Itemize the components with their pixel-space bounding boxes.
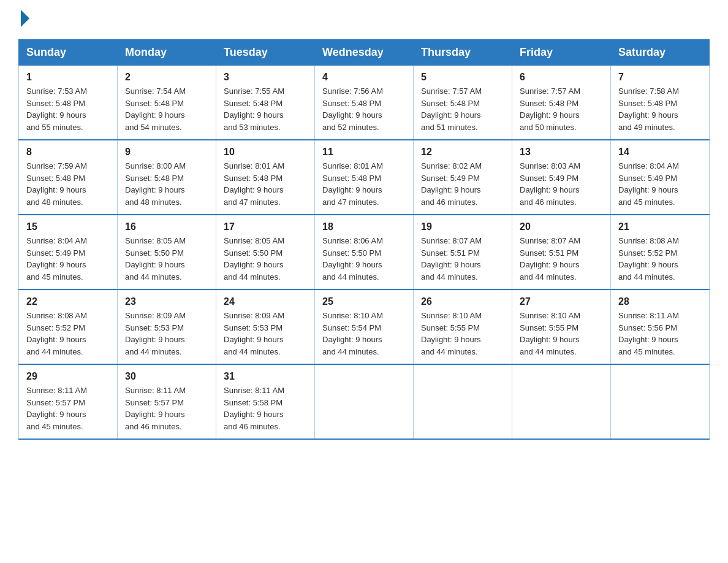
day-info: Sunrise: 7:55 AMSunset: 5:48 PMDaylight:… [224,85,307,133]
day-info: Sunrise: 8:10 AMSunset: 5:55 PMDaylight:… [421,310,504,358]
day-info: Sunrise: 8:09 AMSunset: 5:53 PMDaylight:… [125,310,208,358]
calendar-cell: 2Sunrise: 7:54 AMSunset: 5:48 PMDaylight… [118,66,216,140]
calendar-cell: 16Sunrise: 8:05 AMSunset: 5:50 PMDayligh… [118,215,216,289]
day-number: 1 [26,72,110,83]
calendar-cell: 25Sunrise: 8:10 AMSunset: 5:54 PMDayligh… [315,289,414,364]
day-number: 13 [520,147,603,158]
day-number: 25 [322,296,406,307]
calendar-cell: 19Sunrise: 8:07 AMSunset: 5:51 PMDayligh… [414,215,512,289]
page-header [18,12,710,27]
logo [18,12,29,27]
calendar-cell: 6Sunrise: 7:57 AMSunset: 5:48 PMDaylight… [512,66,611,140]
week-row-3: 15Sunrise: 8:04 AMSunset: 5:49 PMDayligh… [19,215,710,289]
week-row-1: 1Sunrise: 7:53 AMSunset: 5:48 PMDaylight… [19,66,710,140]
day-info: Sunrise: 7:56 AMSunset: 5:48 PMDaylight:… [322,85,406,133]
calendar-cell: 14Sunrise: 8:04 AMSunset: 5:49 PMDayligh… [611,140,710,215]
day-info: Sunrise: 8:07 AMSunset: 5:51 PMDaylight:… [520,235,603,283]
day-info: Sunrise: 8:01 AMSunset: 5:48 PMDaylight:… [322,160,406,208]
day-number: 12 [421,147,504,158]
day-number: 5 [421,72,504,83]
calendar-cell: 30Sunrise: 8:11 AMSunset: 5:57 PMDayligh… [118,364,216,439]
week-row-5: 29Sunrise: 8:11 AMSunset: 5:57 PMDayligh… [19,364,710,439]
calendar-body: 1Sunrise: 7:53 AMSunset: 5:48 PMDaylight… [19,66,710,440]
day-number: 20 [520,221,603,232]
calendar-cell: 15Sunrise: 8:04 AMSunset: 5:49 PMDayligh… [19,215,118,289]
calendar-cell: 8Sunrise: 7:59 AMSunset: 5:48 PMDaylight… [19,140,118,215]
day-number: 7 [618,72,702,83]
day-info: Sunrise: 8:08 AMSunset: 5:52 PMDaylight:… [26,310,110,358]
day-number: 31 [224,371,307,382]
header-monday: Monday [118,40,216,66]
header-thursday: Thursday [414,40,512,66]
day-number: 29 [26,371,110,382]
calendar-cell: 27Sunrise: 8:10 AMSunset: 5:55 PMDayligh… [512,289,611,364]
day-info: Sunrise: 7:53 AMSunset: 5:48 PMDaylight:… [26,85,110,133]
day-info: Sunrise: 8:00 AMSunset: 5:48 PMDaylight:… [125,160,208,208]
header-wednesday: Wednesday [315,40,414,66]
calendar-cell: 22Sunrise: 8:08 AMSunset: 5:52 PMDayligh… [19,289,118,364]
calendar-cell [414,364,512,439]
day-info: Sunrise: 8:07 AMSunset: 5:51 PMDaylight:… [421,235,504,283]
day-number: 11 [322,147,406,158]
day-number: 16 [125,221,208,232]
day-info: Sunrise: 8:09 AMSunset: 5:53 PMDaylight:… [224,310,307,358]
header-tuesday: Tuesday [216,40,315,66]
day-info: Sunrise: 7:54 AMSunset: 5:48 PMDaylight:… [125,85,208,133]
calendar-cell: 18Sunrise: 8:06 AMSunset: 5:50 PMDayligh… [315,215,414,289]
day-number: 27 [520,296,603,307]
day-number: 3 [224,72,307,83]
day-number: 30 [125,371,208,382]
week-row-2: 8Sunrise: 7:59 AMSunset: 5:48 PMDaylight… [19,140,710,215]
day-info: Sunrise: 8:05 AMSunset: 5:50 PMDaylight:… [125,235,208,283]
calendar-cell: 5Sunrise: 7:57 AMSunset: 5:48 PMDaylight… [414,66,512,140]
calendar-cell: 10Sunrise: 8:01 AMSunset: 5:48 PMDayligh… [216,140,315,215]
calendar-cell [512,364,611,439]
day-number: 21 [618,221,702,232]
day-number: 23 [125,296,208,307]
day-info: Sunrise: 8:08 AMSunset: 5:52 PMDaylight:… [618,235,702,283]
day-number: 9 [125,147,208,158]
day-info: Sunrise: 7:59 AMSunset: 5:48 PMDaylight:… [26,160,110,208]
day-info: Sunrise: 8:10 AMSunset: 5:54 PMDaylight:… [322,310,406,358]
calendar-cell: 9Sunrise: 8:00 AMSunset: 5:48 PMDaylight… [118,140,216,215]
day-info: Sunrise: 8:05 AMSunset: 5:50 PMDaylight:… [224,235,307,283]
calendar-header: SundayMondayTuesdayWednesdayThursdayFrid… [19,40,710,66]
day-number: 18 [322,221,406,232]
day-number: 19 [421,221,504,232]
header-friday: Friday [512,40,611,66]
day-info: Sunrise: 7:57 AMSunset: 5:48 PMDaylight:… [520,85,603,133]
calendar-cell: 17Sunrise: 8:05 AMSunset: 5:50 PMDayligh… [216,215,315,289]
day-info: Sunrise: 8:04 AMSunset: 5:49 PMDaylight:… [26,235,110,283]
logo-arrow-icon [21,10,29,27]
day-number: 24 [224,296,307,307]
day-info: Sunrise: 8:03 AMSunset: 5:49 PMDaylight:… [520,160,603,208]
calendar-cell: 13Sunrise: 8:03 AMSunset: 5:49 PMDayligh… [512,140,611,215]
calendar-cell: 1Sunrise: 7:53 AMSunset: 5:48 PMDaylight… [19,66,118,140]
day-number: 2 [125,72,208,83]
day-info: Sunrise: 8:11 AMSunset: 5:57 PMDaylight:… [125,385,208,432]
day-info: Sunrise: 7:58 AMSunset: 5:48 PMDaylight:… [618,85,702,133]
day-info: Sunrise: 8:10 AMSunset: 5:55 PMDaylight:… [520,310,603,358]
day-number: 4 [322,72,406,83]
day-info: Sunrise: 8:11 AMSunset: 5:58 PMDaylight:… [224,385,307,432]
day-number: 6 [520,72,603,83]
calendar-cell: 20Sunrise: 8:07 AMSunset: 5:51 PMDayligh… [512,215,611,289]
calendar-cell: 11Sunrise: 8:01 AMSunset: 5:48 PMDayligh… [315,140,414,215]
calendar-cell: 7Sunrise: 7:58 AMSunset: 5:48 PMDaylight… [611,66,710,140]
day-number: 10 [224,147,307,158]
day-number: 26 [421,296,504,307]
calendar-cell: 31Sunrise: 8:11 AMSunset: 5:58 PMDayligh… [216,364,315,439]
header-row: SundayMondayTuesdayWednesdayThursdayFrid… [19,40,710,66]
day-number: 17 [224,221,307,232]
day-number: 8 [26,147,110,158]
calendar-cell: 12Sunrise: 8:02 AMSunset: 5:49 PMDayligh… [414,140,512,215]
calendar-cell [315,364,414,439]
day-info: Sunrise: 8:01 AMSunset: 5:48 PMDaylight:… [224,160,307,208]
day-number: 15 [26,221,110,232]
calendar-cell: 24Sunrise: 8:09 AMSunset: 5:53 PMDayligh… [216,289,315,364]
week-row-4: 22Sunrise: 8:08 AMSunset: 5:52 PMDayligh… [19,289,710,364]
calendar-cell [611,364,710,439]
calendar-cell: 28Sunrise: 8:11 AMSunset: 5:56 PMDayligh… [611,289,710,364]
day-info: Sunrise: 8:11 AMSunset: 5:56 PMDaylight:… [618,310,702,358]
calendar-cell: 21Sunrise: 8:08 AMSunset: 5:52 PMDayligh… [611,215,710,289]
